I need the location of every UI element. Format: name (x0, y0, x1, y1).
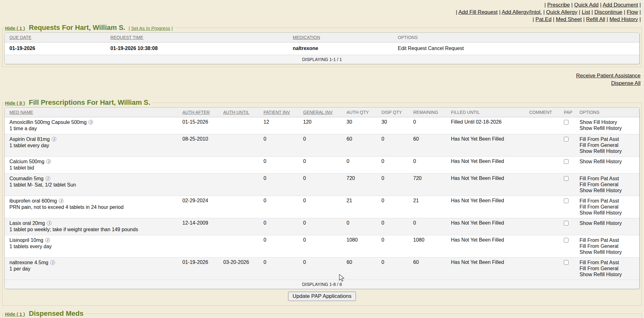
dispensed-section-title: Dispensed Meds (29, 310, 84, 317)
nav-link-quick-add[interactable]: Quick Add (574, 2, 599, 8)
requests-table-wrap: DUE DATEREQUEST TIMEMEDICATIONOPTIONS 01… (4, 32, 640, 64)
action-link-fill-from-general[interactable]: Fill From General (580, 204, 638, 210)
fill-row-aspirin-oral-81mg: Aspirin Oral 81mgi1 tablet every day08-2… (5, 134, 639, 157)
med-sig-text: 1 tablet po weekly; take if weight great… (9, 226, 180, 233)
comment-cell (528, 196, 563, 218)
med-sig-text: 1 per day (9, 266, 180, 272)
column-header-medication[interactable]: MEDICATION (291, 33, 397, 42)
nav-link-discontinue[interactable]: Discontinue (594, 9, 622, 15)
med-info-icon[interactable]: i (50, 260, 55, 265)
auth-qty-cell: 21 (345, 196, 380, 218)
med-info-icon[interactable]: i (88, 120, 93, 125)
comment-cell (528, 258, 563, 280)
column-header-med-name[interactable]: MED NAME (5, 108, 181, 117)
nav-link-add-fill-request[interactable]: Add Fill Request (458, 9, 498, 15)
action-link-fill-from-general[interactable]: Fill From General (580, 181, 638, 187)
action-link-cancel-request[interactable]: Cancel Request (428, 46, 464, 51)
nav-link-add-allergy-intol[interactable]: Add Allergy/Intol. (502, 9, 542, 15)
med-info-icon[interactable]: i (59, 198, 64, 203)
fill-displaying: DISPLAYING 1-8 / 8 (5, 280, 639, 289)
action-link-show-refill-history[interactable]: Show Refill History (580, 159, 638, 165)
column-header-auth-until[interactable]: AUTH UNTIL (222, 108, 262, 117)
filled-until-cell: Has Not Yet Been Filled (450, 174, 528, 196)
action-link-fill-from-general[interactable]: Fill From General (580, 265, 638, 271)
column-header-general-inv[interactable]: GENERAL INV (302, 108, 345, 117)
action-link-fill-from-pat-asst[interactable]: Fill From Pat Asst (580, 259, 638, 265)
pap-checkbox[interactable] (564, 176, 569, 181)
disp-qty-cell: 30 (380, 117, 412, 134)
pap-checkbox[interactable] (564, 137, 569, 142)
nav-link-refill-all[interactable]: Refill All (586, 16, 605, 22)
auth-qty-cell: 0 (345, 218, 380, 235)
action-link-fill-from-pat-asst[interactable]: Fill From Pat Asst (580, 136, 638, 142)
action-link-fill-from-pat-asst[interactable]: Fill From Pat Asst (580, 176, 638, 181)
action-link-fill-from-pat-asst[interactable]: Fill From Pat Asst (580, 237, 638, 243)
med-name-line: Coumadin 5mgi (9, 176, 180, 182)
action-link-fill-from-pat-asst[interactable]: Fill From Pat Asst (580, 198, 638, 204)
dispense-all-link[interactable]: Dispense All (611, 80, 641, 86)
med-info-icon[interactable]: i (46, 159, 51, 164)
med-info-icon[interactable]: i (45, 238, 50, 243)
column-header-patient-inv[interactable]: PATIENT INV (262, 108, 302, 117)
pap-checkbox[interactable] (564, 221, 569, 226)
nav-link-med-sheet[interactable]: Med Sheet (556, 16, 582, 22)
general-inv-cell: 120 (302, 117, 345, 134)
action-link-show-refill-history[interactable]: Show Refill History (580, 148, 638, 154)
fill-row-lisinopril-10mg: Lisinopril 10mgi1 tablets every day00108… (5, 235, 639, 258)
hide-dispensed-link[interactable]: Hide ( 1 ) (5, 311, 25, 317)
update-pap-applications-button[interactable]: Update PAP Applications (288, 292, 356, 301)
hide-requests-link[interactable]: Hide ( 1 ) (5, 25, 25, 31)
column-header-comment: COMMENT (528, 108, 563, 117)
column-header-remaining: REMAINING (412, 108, 450, 117)
action-link-show-refill-history[interactable]: Show Refill History (580, 125, 638, 131)
med-info-icon[interactable]: i (52, 137, 56, 142)
column-header-due-date[interactable]: DUE DATE (5, 33, 109, 42)
med-name-cell: ibuprofen oral 600mgiPRN pain, not to ex… (5, 196, 181, 218)
pap-checkbox[interactable] (564, 238, 569, 243)
patient-inv-cell: 0 (262, 157, 302, 174)
nav-link-prescribe[interactable]: Prescribe (547, 2, 570, 8)
patient-inv-cell: 0 (262, 196, 302, 218)
nav-link-med-history[interactable]: Med History (609, 16, 638, 22)
med-info-icon[interactable]: i (47, 221, 52, 226)
med-sig-text: PRN pain, not to exceed 4 tablets in 24 … (9, 204, 180, 210)
pap-checkbox[interactable] (564, 159, 569, 164)
patient-inv-cell: 0 (262, 235, 302, 258)
comment-cell (528, 218, 563, 235)
general-inv-cell: 0 (302, 157, 345, 174)
med-name-cell: Aspirin Oral 81mgi1 tablet every day (5, 134, 181, 157)
nav-link-pat-ed[interactable]: Pat.Ed (536, 16, 552, 22)
hide-fill-link[interactable]: Hide ( 8 ) (5, 100, 25, 106)
pap-checkbox[interactable] (564, 198, 569, 203)
nav-link-quick-allergy[interactable]: Quick Allergy (546, 9, 577, 15)
action-link-fill-from-general[interactable]: Fill From General (580, 243, 638, 249)
requests-section: Hide ( 1 ) Requests For Hart, William S.… (2, 24, 642, 67)
set-as-in-progress-link[interactable]: Set As In Progress (131, 25, 170, 31)
remaining-cell: 720 (412, 174, 450, 196)
pap-checkbox[interactable] (564, 120, 569, 125)
column-header-auth-after[interactable]: AUTH AFTER (181, 108, 222, 117)
action-link-show-refill-history[interactable]: Show Refill History (580, 249, 638, 255)
med-sig-text: 1 tablet every day (9, 142, 180, 149)
pap-checkbox[interactable] (564, 260, 569, 265)
med-info-icon[interactable]: i (46, 176, 50, 181)
general-inv-cell: 0 (302, 218, 345, 235)
action-link-show-fill-history[interactable]: Show Fill History (580, 119, 638, 125)
action-link-edit-request[interactable]: Edit Request (398, 46, 427, 51)
remaining-cell: 1080 (412, 235, 450, 258)
receive-patient-assistance-link[interactable]: Receive Patient Assistance (576, 73, 641, 79)
nav-link-flow[interactable]: Flow (627, 9, 638, 15)
med-name-line: Lasix oral 20mgi (9, 220, 180, 226)
action-link-show-refill-history[interactable]: Show Refill History (580, 220, 638, 226)
action-link-show-refill-history[interactable]: Show Refill History (580, 210, 638, 216)
column-header-options: OPTIONS (397, 33, 639, 42)
nav-link-list[interactable]: List (582, 9, 590, 15)
action-link-fill-from-general[interactable]: Fill From General (580, 142, 638, 148)
patient-inv-cell: 12 (262, 117, 302, 134)
disp-qty-cell: 0 (380, 157, 412, 174)
column-header-request-time[interactable]: REQUEST TIME (109, 33, 291, 42)
action-link-show-refill-history[interactable]: Show Refill History (580, 187, 638, 193)
action-link-show-refill-history[interactable]: Show Refill History (580, 271, 638, 277)
auth-until-cell (222, 218, 262, 235)
nav-link-add-document[interactable]: Add Document (602, 2, 638, 8)
